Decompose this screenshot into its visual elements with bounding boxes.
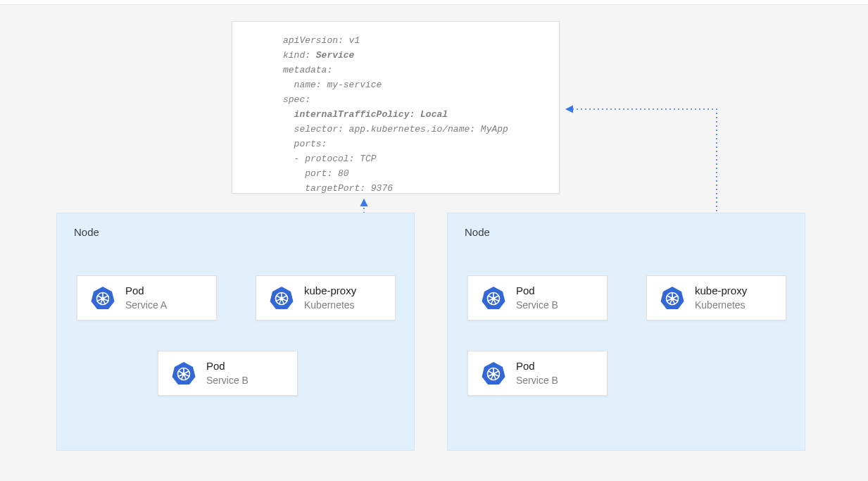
kubernetes-icon [171, 361, 196, 386]
pod-title: Pod [206, 360, 249, 373]
pod-title: Pod [516, 360, 558, 373]
pod-service-b-right-1: Pod Service B [467, 275, 608, 320]
pod-service-b-left: Pod Service B [158, 351, 298, 396]
pod-subtitle: Service B [516, 375, 558, 387]
kubernetes-icon [481, 285, 506, 311]
kubernetes-icon [481, 361, 506, 386]
kube-proxy-right: kube-proxy Kubernetes [646, 275, 786, 320]
pod-subtitle: Kubernetes [304, 299, 356, 312]
yaml-spec-card: apiVersion: v1 kind: Service metadata: n… [232, 21, 560, 194]
pod-subtitle: Service B [516, 299, 558, 312]
diagram-canvas: apiVersion: v1 kind: Service metadata: n… [0, 0, 868, 481]
kubernetes-icon [269, 285, 294, 311]
pod-title: Pod [516, 285, 558, 298]
pod-title: kube-proxy [695, 285, 747, 298]
pod-title: Pod [125, 285, 167, 298]
pod-service-b-right-2: Pod Service B [467, 351, 608, 396]
kubernetes-icon [660, 285, 685, 311]
yaml-code: apiVersion: v1 kind: Service metadata: n… [283, 33, 542, 196]
node-title: Node [465, 226, 490, 238]
pod-service-a: Pod Service A [77, 275, 217, 320]
pod-subtitle: Service B [206, 375, 249, 387]
top-bar [0, 0, 868, 5]
kube-proxy-left: kube-proxy Kubernetes [256, 275, 396, 320]
node-right: Node Pod Service B kub [447, 213, 805, 451]
pod-subtitle: Service A [125, 299, 167, 312]
kubernetes-icon [90, 285, 115, 311]
pod-subtitle: Kubernetes [695, 299, 747, 312]
pod-title: kube-proxy [304, 285, 356, 298]
node-title: Node [74, 226, 99, 238]
node-left: Node Pod Service A kub [56, 213, 415, 451]
